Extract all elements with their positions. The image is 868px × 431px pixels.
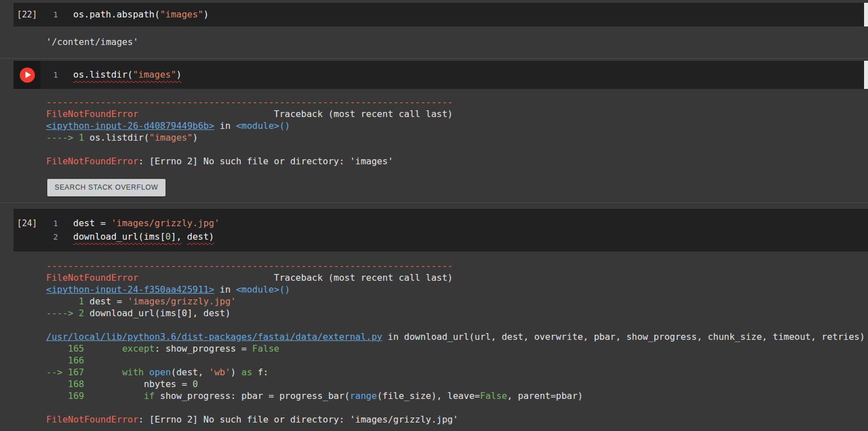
code-token [182,231,187,242]
code-token: as [241,367,252,378]
code-token: (file_size), leave= [377,390,480,401]
traceback-line: 166 [46,354,868,366]
code-token: download_url(ims[ [73,231,165,242]
code-token: "images" [160,9,203,20]
execution-count[interactable]: [24] [14,209,41,252]
code-token: 1 [46,296,90,307]
code-token: 168 [46,379,84,389]
execution-count[interactable]: [22] [14,3,41,26]
traceback-line: 1 dest = 'images/grizzly.jpg' [46,295,868,307]
code-token: ----> 1 [46,132,90,143]
code-token: FileNotFoundError [46,109,138,119]
code-token: 166 [46,355,84,366]
code-token: : show_progress = [155,343,252,354]
code-token: False [252,343,279,354]
traceback-line: FileNotFoundError: [Errno 2] No such fil… [46,155,868,167]
error-output: ----------------------------------------… [14,252,868,425]
code-token: "images" [133,69,176,80]
code-token: 'images/grizzly.jpg' [128,296,236,307]
traceback: ----------------------------------------… [46,260,868,425]
code-token: FileNotFoundError [46,414,138,425]
code-editor[interactable]: 1os.listdir("images") [41,61,868,89]
code-editor[interactable]: 1os.path.abspath("images") [41,3,868,26]
notebook-view: [22] 1os.path.abspath("images") '/conten… [0,0,868,431]
code-token: os.path.abspath( [73,9,160,20]
line-content: 166 [46,355,84,366]
line-content: --> 167 with open(dest, 'wb') as f: [46,367,269,378]
code-editor[interactable]: 1dest = 'images/grizzly.jpg'2download_ur… [41,209,868,252]
traceback-line: <ipython-input-26-d40879449b6b> in <modu… [46,120,868,132]
search-stack-overflow-button[interactable]: SEARCH STACK OVERFLOW [47,179,165,196]
code-token [84,343,122,354]
traceback-line [46,319,868,331]
line-content: ----------------------------------------… [46,97,453,107]
traceback-line: <ipython-input-24-f350aa425911> in <modu… [46,284,868,295]
code-token: nbytes = [84,379,193,389]
code-token: dest = [73,218,111,228]
line-content: FileNotFoundError: [Errno 2] No such fil… [46,414,458,425]
line-content: <ipython-input-26-d40879449b6b> in <modu… [46,120,290,131]
line-content: os.listdir("images") [73,69,182,80]
line-content: 168 nbytes = 0 [46,379,198,389]
cell-toolbar[interactable] [864,61,868,89]
code-token: ) [176,69,182,80]
code-token: if [144,390,154,401]
code-token: FileNotFoundError [46,272,138,283]
code-token: , parent=pbar) [507,390,583,401]
code-token: open [149,367,171,378]
line-content: download_url(ims[0], dest) [73,231,214,242]
cell-divider [0,58,868,59]
traceback-line [46,402,868,414]
code-token: in [214,120,236,131]
code-token: range [350,390,377,401]
code-token: ) [231,367,241,378]
code-token: 0 [165,231,171,242]
code-token: with [122,367,144,378]
code-token: ----------------------------------------… [46,97,453,107]
line-number: 1 [41,8,58,21]
code-token: (dest, [171,367,209,378]
traceback-link[interactable]: <ipython-input-24-f350aa425911> [46,284,214,295]
traceback-link[interactable]: <ipython-input-26-d40879449b6b> [46,120,214,131]
line-content: dest = 'images/grizzly.jpg' [73,218,220,228]
line-number: 2 [41,230,58,244]
code-token: <module>() [236,284,290,295]
cell-toolbar[interactable] [864,3,868,26]
code-token: in [214,284,236,295]
code-token: except [122,343,155,354]
traceback-line: /usr/local/lib/python3.6/dist-packages/f… [46,331,868,343]
code-token: dest = [90,296,127,307]
code-area-3: [24] 1dest = 'images/grizzly.jpg'2downlo… [14,209,868,252]
code-cell-2: 1os.listdir("images") ------------------… [0,61,868,203]
code-token: ) [193,132,198,143]
line-content: 169 if show_progress: pbar = progress_ba… [46,390,583,401]
code-area-1: [22] 1os.path.abspath("images") [14,3,868,26]
traceback: ----------------------------------------… [46,96,868,167]
run-cell-button[interactable] [20,68,35,83]
traceback-line: --> 167 with open(dest, 'wb') as f: [46,366,868,378]
traceback-line: FileNotFoundError: [Errno 2] No such fil… [46,414,868,425]
traceback-line: 168 nbytes = 0 [46,378,868,390]
code-token: f: [252,367,269,378]
code-token [144,367,149,378]
line-number: 1 [41,68,58,82]
play-icon [25,71,31,78]
code-token: 169 [46,390,84,401]
code-token [84,390,144,401]
code-token: Traceback (most recent call last) [138,109,453,119]
error-output: ----------------------------------------… [14,89,868,203]
line-content: ----> 1 os.listdir("images") [46,132,198,143]
traceback-link[interactable]: /usr/local/lib/python3.6/dist-packages/f… [46,331,382,342]
code-token: 165 [46,343,84,354]
traceback-line: ----------------------------------------… [46,260,868,272]
line-content: 165 except: show_progress = False [46,343,279,354]
traceback-line: ----------------------------------------… [46,96,868,108]
line-content: FileNotFoundError: [Errno 2] No such fil… [46,156,393,167]
cell-divider [0,203,868,203]
traceback-line: FileNotFoundError Traceback (most recent… [46,272,868,284]
traceback-line: ----> 1 os.listdir("images") [46,132,868,143]
code-token: "images" [149,132,193,143]
code-line: 1os.listdir("images") [41,68,868,82]
code-cell-3: [24] 1dest = 'images/grizzly.jpg'2downlo… [0,209,868,425]
code-token: download_url(ims[0], dest) [90,308,230,318]
